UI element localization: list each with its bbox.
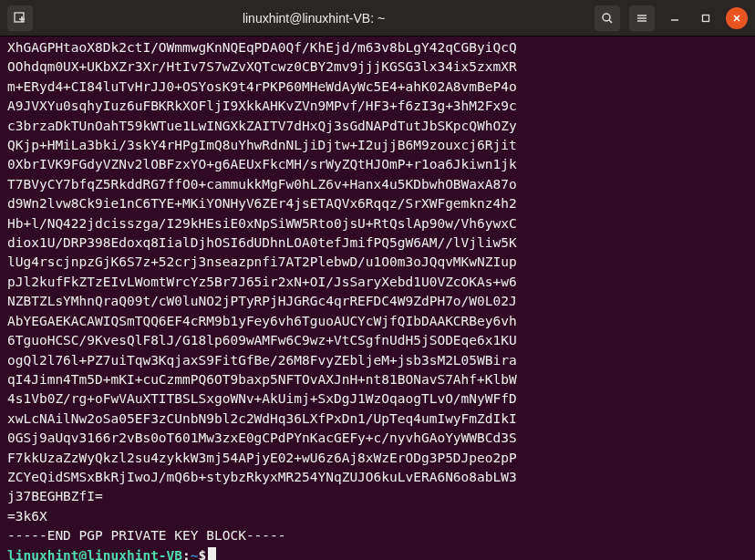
terminal-line: m+ERyd4+CI84luTvHrJJ0+OSYosK9t4rPKP60MHe… [7, 78, 748, 97]
prompt-colon-text: : [182, 548, 191, 560]
terminal-line: pJl2kufFkZTzEIvLWomtWrcYz5Br7J65ir2xN+OI… [7, 273, 748, 292]
minimize-button[interactable] [664, 7, 686, 29]
terminal-line: 0XbrIVK9FGdyVZNv2lOBFzxYO+g6AEUxFkcMH/sr… [7, 155, 748, 174]
new-tab-button[interactable] [7, 5, 33, 31]
terminal-line: d9Wn2lvw8Ck9ie1nC6TYE+MKiYONHyV6ZEr4jsET… [7, 194, 748, 213]
cursor [208, 547, 216, 560]
terminal-line: 6TguoHCSC/9KvesQlF8lJ/G18lp609wAMFw6C9wz… [7, 331, 748, 350]
svg-point-3 [603, 14, 610, 21]
close-button[interactable] [726, 7, 748, 29]
terminal-line: =3k6X [7, 507, 748, 526]
terminal-line: j37BEGHBZfI= [7, 487, 748, 506]
titlebar-left [7, 5, 33, 31]
terminal-line: -----END PGP PRIVATE KEY BLOCK----- [7, 526, 748, 545]
menu-button[interactable] [629, 5, 655, 31]
terminal-line: T7BVyCY7bfqZ5RkddRG7ffO0+cammukkMgFw0hLZ… [7, 175, 748, 194]
prompt-line: linuxhint@linuxhint-VB:~$ [7, 546, 748, 560]
terminal-line: XhGAGPHtaoX8Dk2ctI/OWmmwgKnNQEqPDA0Qf/Kh… [7, 38, 748, 57]
terminal-line: QKjp+HMiLa3bki/3skY4rHPgImQ8uYhwRdnNLjiD… [7, 136, 748, 155]
window-title: linuxhint@linuxhint-VB: ~ [38, 11, 589, 26]
svg-line-4 [609, 20, 612, 23]
terminal-output: XhGAGPHtaoX8Dk2ctI/OWmmwgKnNQEqPDA0Qf/Kh… [7, 38, 748, 546]
window-titlebar: linuxhint@linuxhint-VB: ~ [0, 0, 755, 36]
terminal-line: lUg4rscjnpzGjK6S7z+52crj3nseazpnfi7AT2Pl… [7, 253, 748, 272]
terminal-line: 0GSj9aUqv3166r2vBs0oT601Mw3zxE0gCPdPYnKa… [7, 429, 748, 448]
terminal-line: ogQl2l76l+PZ7uiTqw3KqjaxS9FitGfBe/26M8Fv… [7, 351, 748, 370]
search-button[interactable] [595, 5, 620, 31]
prompt-end: $ [199, 548, 207, 560]
terminal-body[interactable]: XhGAGPHtaoX8Dk2ctI/OWmmwgKnNQEqPDA0Qf/Kh… [0, 36, 755, 560]
prompt-path: ~ [191, 548, 199, 560]
maximize-button[interactable] [695, 7, 717, 29]
terminal-line: AbYEGAEKACAWIQSmTQQ6EF4cRM9b1yFey6vh6Tgu… [7, 312, 748, 331]
terminal-line: NZBTZLsYMhnQraQ09t/cW0luNO2jPTyRPjHJGRGc… [7, 292, 748, 311]
terminal-line: OOhdqm0UX+UKbXZr3Xr/HtIv7S7wZvXQTcwz0CBY… [7, 57, 748, 77]
terminal-line: c3brzaDkTUnOahT59kWTue1LwINGXkZAITV7dHxQ… [7, 117, 748, 136]
terminal-line: xwLcNAilNw2oSa05EF3zCUnbN9bl2c2WdHq36LXf… [7, 410, 748, 429]
terminal-line: A9JVXYu0sqhyIuz6uFBKRkXOFljI9XkkAHKvZVn9… [7, 97, 748, 116]
terminal-line: diox1U/DRP398Edoxq8IialDjhOSI6dUDhnLOA0t… [7, 233, 748, 253]
svg-rect-9 [703, 15, 709, 21]
terminal-line: F7kkUzaZzWyQkzl2su4zykkW3mj54APjyE02+wU6… [7, 449, 748, 468]
terminal-line: 4s1Vb0Z/rg+oFwVAuXTITBSLSxgoWNv+AkUimj+S… [7, 389, 748, 409]
prompt-user: linuxhint@linuxhint-VB [7, 548, 182, 560]
titlebar-right [595, 5, 748, 31]
terminal-line: Hb+l/NQ422jdcisszga/I29kHEsiE0xNpSiWW5Rt… [7, 214, 748, 233]
terminal-line: ZCYeQidSMSxBkRjIwoJ/mQ6b+stybzRkyxMR254Y… [7, 468, 748, 487]
terminal-line: qI4Jimn4Tm5D+mKI+cuCzmmPQ6OT9baxp5NFTOvA… [7, 370, 748, 389]
